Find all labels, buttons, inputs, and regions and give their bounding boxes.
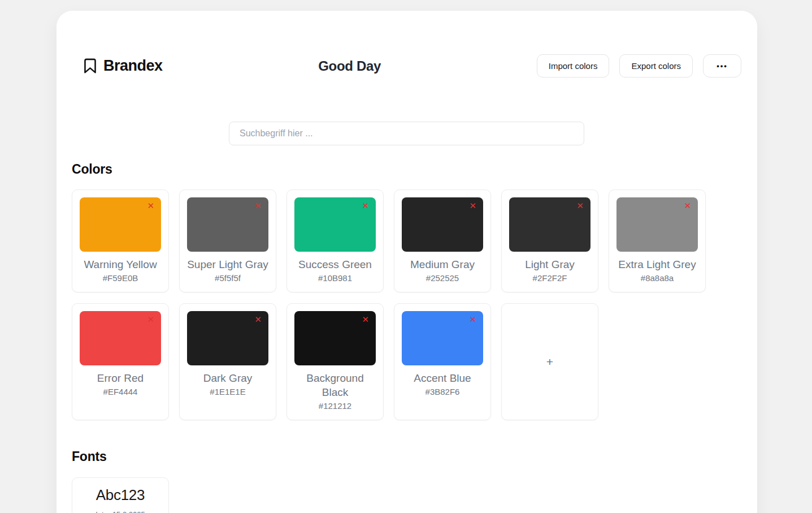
import-colors-button[interactable]: Import colors	[537, 54, 610, 77]
delete-color-icon[interactable]: ✕	[147, 201, 154, 211]
main-panel: Brandex Good Day Import colors Export co…	[57, 11, 757, 513]
search-bar	[72, 122, 741, 145]
color-name: Super Light Gray	[187, 257, 268, 271]
color-name: Success Green	[294, 257, 376, 271]
color-hex: #1E1E1E	[187, 387, 268, 396]
delete-color-icon[interactable]: ✕	[469, 314, 476, 325]
export-colors-button[interactable]: Export colors	[619, 54, 693, 77]
color-hex: #F59E0B	[80, 273, 161, 283]
delete-color-icon[interactable]: ✕	[362, 314, 369, 325]
color-card: ✕ Medium Gray #252525	[394, 189, 491, 292]
color-hex: #8a8a8a	[616, 273, 698, 283]
delete-color-icon[interactable]: ✕	[576, 201, 584, 211]
color-swatch: ✕	[187, 197, 268, 252]
color-swatch: ✕	[294, 311, 376, 365]
color-card: ✕ Warning Yellow #F59E0B	[72, 189, 169, 292]
color-name: Error Red	[80, 371, 161, 385]
page-title: Good Day	[163, 58, 537, 74]
color-name: Medium Gray	[402, 257, 483, 271]
brand-logo: Brandex	[81, 57, 163, 75]
delete-color-icon[interactable]: ✕	[147, 314, 154, 325]
header-actions: Import colors Export colors •••	[537, 54, 741, 77]
color-name: Accent Blue	[402, 371, 483, 385]
color-hex: #5f5f5f	[187, 273, 268, 283]
delete-color-icon[interactable]: ✕	[254, 314, 262, 325]
color-name: Warning Yellow	[80, 257, 161, 271]
color-card: ✕ Extra Light Grey #8a8a8a	[609, 189, 706, 292]
bookmark-icon	[81, 57, 99, 75]
colors-grid: ✕ Warning Yellow #F59E0B ✕ Super Light G…	[72, 189, 741, 420]
fonts-grid: Abc123 Inter 15.3.2025	[72, 477, 741, 513]
plus-icon: +	[546, 355, 553, 369]
color-card: ✕ Background Black #121212	[286, 303, 384, 420]
color-card: ✕ Error Red #EF4444	[72, 303, 169, 420]
color-hex: #252525	[402, 273, 483, 283]
color-hex: #3B82F6	[402, 387, 483, 396]
color-name: Light Gray	[509, 257, 590, 271]
color-name: Dark Gray	[187, 371, 268, 385]
color-swatch: ✕	[294, 197, 376, 252]
color-swatch: ✕	[187, 311, 268, 365]
color-swatch: ✕	[402, 311, 483, 365]
color-name: Extra Light Grey	[616, 257, 698, 271]
color-swatch: ✕	[80, 197, 161, 252]
color-name: Background Black	[294, 371, 376, 399]
color-card: ✕ Light Gray #2F2F2F	[501, 189, 598, 292]
color-hex: #121212	[294, 401, 376, 411]
color-swatch: ✕	[402, 197, 483, 252]
color-card: ✕ Super Light Gray #5f5f5f	[179, 189, 276, 292]
colors-heading: Colors	[72, 162, 741, 177]
search-input[interactable]	[229, 122, 584, 145]
delete-color-icon[interactable]: ✕	[254, 201, 262, 211]
color-card: ✕ Accent Blue #3B82F6	[394, 303, 491, 420]
fonts-heading: Fonts	[72, 449, 741, 464]
color-swatch: ✕	[80, 311, 161, 365]
delete-color-icon[interactable]: ✕	[684, 201, 691, 211]
font-meta-text: Inter 15.3.2025	[78, 510, 163, 513]
color-swatch: ✕	[616, 197, 698, 252]
delete-color-icon[interactable]: ✕	[469, 201, 476, 211]
font-card[interactable]: Abc123 Inter 15.3.2025	[72, 477, 169, 513]
add-color-card[interactable]: +	[501, 303, 598, 420]
delete-color-icon[interactable]: ✕	[362, 201, 369, 211]
header: Brandex Good Day Import colors Export co…	[72, 54, 741, 77]
font-sample-text: Abc123	[78, 486, 163, 504]
ellipsis-icon: •••	[717, 62, 728, 70]
color-swatch: ✕	[509, 197, 590, 252]
color-card: ✕ Dark Gray #1E1E1E	[179, 303, 276, 420]
color-hex: #EF4444	[80, 387, 161, 396]
more-options-button[interactable]: •••	[703, 54, 741, 77]
color-hex: #10B981	[294, 273, 376, 283]
brand-name: Brandex	[103, 57, 163, 75]
color-card: ✕ Success Green #10B981	[286, 189, 384, 292]
color-hex: #2F2F2F	[509, 273, 590, 283]
